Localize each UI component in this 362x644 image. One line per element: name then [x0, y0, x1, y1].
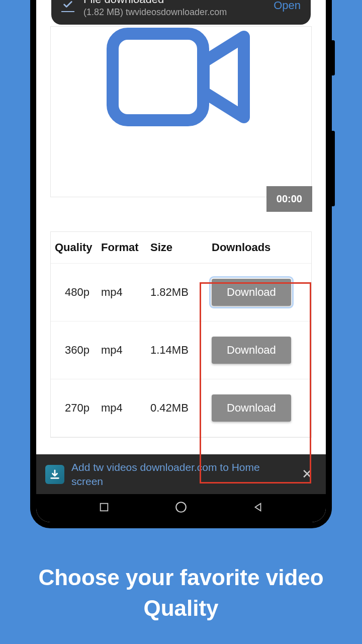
home-button[interactable] [174, 501, 188, 516]
download-button[interactable]: Download [212, 394, 291, 422]
video-duration: 00:00 [266, 186, 312, 212]
promo-caption: Choose your favorite video Quality [0, 562, 362, 624]
back-button[interactable] [252, 502, 263, 515]
download-button[interactable]: Download [212, 279, 291, 306]
table-row: 480pmp41.82MBDownload [51, 264, 311, 321]
toast-title: File downloaded [83, 0, 264, 6]
cell-quality: 360p [55, 344, 101, 357]
header-format: Format [101, 241, 146, 254]
check-icon [61, 0, 74, 12]
cell-quality: 480p [55, 286, 101, 299]
cell-size: 0.42MB [146, 401, 197, 415]
android-navbar [36, 494, 326, 522]
cell-size: 1.82MB [146, 286, 197, 299]
cell-format: mp4 [101, 401, 146, 415]
header-size: Size [146, 241, 197, 254]
add-to-home-banner[interactable]: Add tw videos downloader.com to Home scr… [36, 454, 326, 494]
svg-rect-0 [113, 34, 203, 120]
svg-point-2 [176, 502, 186, 512]
cell-format: mp4 [101, 344, 146, 357]
video-camera-icon [106, 27, 256, 129]
cell-format: mp4 [101, 286, 146, 299]
video-preview: 00:00 [50, 26, 312, 197]
recent-apps-button[interactable] [99, 502, 110, 515]
header-downloads: Downloads [197, 241, 307, 254]
download-button[interactable]: Download [212, 337, 291, 364]
download-toast[interactable]: File downloaded (1.82 MB) twvideosdownlo… [51, 0, 311, 25]
header-quality: Quality [55, 241, 101, 254]
cell-quality: 270p [55, 401, 101, 415]
open-button[interactable]: Open [274, 0, 301, 12]
table-row: 360pmp41.14MBDownload [51, 321, 311, 379]
svg-rect-1 [101, 504, 108, 511]
table-header: Quality Format Size Downloads [51, 232, 311, 264]
download-arrow-icon [45, 465, 64, 484]
close-icon[interactable]: ✕ [298, 464, 317, 484]
toast-subtitle: (1.82 MB) twvideosdownloader.com [83, 7, 264, 18]
quality-table: Quality Format Size Downloads 480pmp41.8… [50, 231, 312, 438]
table-row: 270pmp40.42MBDownload [51, 379, 311, 437]
cell-size: 1.14MB [146, 344, 197, 357]
banner-text: Add tw videos downloader.com to Home scr… [71, 460, 291, 488]
